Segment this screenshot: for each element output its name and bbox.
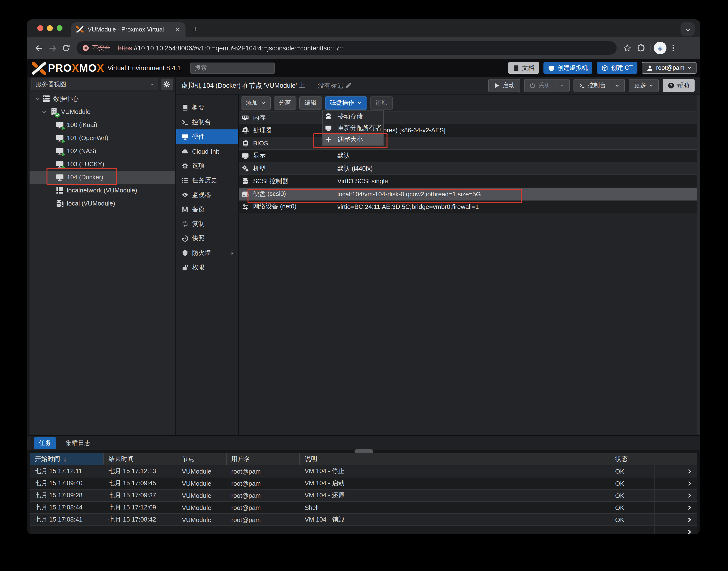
hw-row-monitor[interactable]: 显示默认 (239, 150, 700, 162)
vm-menu--[interactable]: 选项 (176, 158, 238, 173)
vm-menu--[interactable]: 备份 (176, 202, 238, 217)
button-label: 编辑 (304, 99, 316, 107)
hw-value: 默认 (337, 151, 350, 160)
grid9-icon (56, 186, 64, 194)
hw-row-db[interactable]: SCSI 控制器VirtIO SCSI single (239, 175, 700, 188)
hw-toolbar-detach[interactable]: 分离 (273, 96, 296, 109)
disk-menu--[interactable]: 重新分配所有者 (323, 122, 383, 133)
bookmark-star-icon[interactable] (620, 41, 634, 55)
vm-menu--[interactable]: 复制 (176, 217, 238, 231)
tasks-tab-cluster-log[interactable]: 集群日志 (60, 437, 96, 449)
tab-search-button[interactable] (681, 22, 695, 36)
tree-caret-icon[interactable] (35, 96, 40, 101)
page: VUModule - Proxmox Virtual ✕ + 不安全 https… (0, 0, 728, 571)
vm-menu--[interactable]: 监视器 (176, 188, 238, 202)
button-label: 更多 (634, 82, 646, 90)
task-row-2[interactable]: 七月 15 17:09:28七月 15 17:09:37VUModuleroot… (30, 489, 697, 502)
tasks-column-3[interactable]: 用户名 (227, 453, 300, 465)
task-cell: 七月 15 17:09:45 (104, 479, 177, 488)
task-cell: 七月 15 17:08:44 (30, 503, 104, 512)
browser-menu-icon[interactable] (667, 41, 680, 55)
expand-row-icon[interactable] (654, 465, 697, 477)
disk-menu--[interactable]: 移动存储 (323, 110, 383, 122)
expand-row-icon[interactable] (654, 502, 697, 513)
tasks-column-1[interactable]: 结束时间 (104, 453, 177, 465)
tree-item-vumodule[interactable]: VUModule (32, 105, 175, 118)
tasks-column-0[interactable]: 开始时间↓ (30, 453, 104, 465)
profile-avatar[interactable]: ◈ (654, 42, 667, 54)
back-button[interactable] (32, 41, 45, 55)
tags-label[interactable]: 没有标记 (318, 81, 351, 90)
hw-row-memory[interactable]: 内存 (239, 111, 700, 124)
vm-action-help[interactable]: ?帮助 (663, 79, 695, 92)
hw-toolbar-revert[interactable]: 还原 (370, 96, 393, 109)
tree-item-label: localnetwork (VUModule) (67, 187, 137, 194)
task-row-0[interactable]: 七月 15 17:12:11七月 15 17:12:13VUModuleroot… (30, 465, 697, 477)
hw-row-chip[interactable]: BIOS默认 (SeaBIOS) (239, 137, 700, 150)
menu-label: 重新分配所有者 (337, 123, 382, 132)
tree-item-102-nas-[interactable]: 102 (NAS) (32, 144, 175, 157)
tree-item--[interactable]: 数据中心 (32, 92, 175, 105)
hw-row-cpu[interactable]: 处理器1 (1 sockets, 1 cores) [x86-64-v2-AES… (239, 124, 700, 137)
vm-menu--[interactable]: 防火墙 (176, 246, 238, 260)
tree-settings-button[interactable] (161, 79, 173, 90)
tasks-column-5[interactable]: 状态 (610, 453, 654, 465)
expand-row-icon[interactable] (654, 489, 697, 501)
panel-splitter[interactable] (27, 450, 700, 453)
vm-menu--[interactable]: 概要 (176, 100, 238, 115)
task-row-3[interactable]: 七月 15 17:08:44七月 15 17:12:09VUModuleroot… (30, 502, 697, 514)
minimize-window-button[interactable] (47, 25, 53, 31)
vm-menu--[interactable]: 权限 (176, 260, 238, 275)
address-bar[interactable]: 不安全 https://10.10.10.254:8006/#v1:0:=qem… (77, 41, 617, 55)
tree-caret-icon[interactable] (42, 109, 46, 114)
tree-item-localnetwork-vumodule-[interactable]: localnetwork (VUModule) (32, 184, 175, 197)
chevron-down-icon (261, 101, 265, 105)
vm-menu--[interactable]: 任务历史 (176, 173, 238, 188)
search-input[interactable]: 搜索 (190, 63, 275, 74)
tree-item-101-openwrt-[interactable]: 101 (OpenWrt) (32, 131, 175, 144)
wordmark-letter: M (79, 62, 89, 74)
zoom-window-button[interactable] (57, 25, 62, 31)
task-row-partial[interactable] (30, 526, 697, 534)
hw-toolbar-edit[interactable]: 编辑 (299, 96, 322, 109)
view-selector[interactable]: 服务器视图 (31, 79, 158, 90)
header-button-create-vm[interactable]: 创建虚拟机 (544, 62, 593, 74)
tree-item-local-vumodule-[interactable]: local (VUModule) (32, 197, 175, 210)
tree-item-100-ikuai-[interactable]: 100 (iKuai) (32, 118, 175, 131)
vm-action-shutdown[interactable]: 关机 (524, 79, 569, 92)
vm-menu-cloud-init[interactable]: Cloud-Init (176, 144, 238, 158)
tasks-column-2[interactable]: 节点 (177, 453, 227, 465)
vm-action-console[interactable]: 控制台 (573, 79, 625, 92)
vm-action-start[interactable]: 启动 (488, 79, 520, 92)
vm-action-more[interactable]: 更多 (629, 79, 659, 92)
security-badge[interactable]: 不安全 (82, 44, 110, 52)
new-tab-button[interactable]: + (190, 24, 200, 35)
forward-button[interactable] (45, 41, 59, 55)
header-button-docs[interactable]: 文档 (508, 62, 539, 74)
task-row-4[interactable]: 七月 15 17:08:41七月 15 17:08:42VUModuleroot… (30, 514, 697, 526)
task-row-1[interactable]: 七月 15 17:09:40七月 15 17:09:45VUModuleroot… (30, 477, 697, 489)
hw-toolbar-disk-action[interactable]: 磁盘操作 (325, 96, 367, 109)
menu-label: 选项 (192, 161, 205, 170)
vm-menu--[interactable]: 控制台 (176, 115, 238, 129)
menu-label: 移动存储 (337, 112, 363, 120)
close-window-button[interactable] (37, 25, 43, 31)
extensions-icon[interactable] (634, 41, 647, 55)
expand-row-icon[interactable] (654, 477, 697, 489)
expand-row-icon[interactable] (654, 514, 697, 526)
tasks-column-4[interactable]: 说明 (300, 453, 610, 465)
task-cell: root@pam (227, 467, 300, 475)
browser-tab[interactable]: VUModule - Proxmox Virtual ✕ (71, 22, 185, 37)
chevron-down-icon (615, 83, 619, 88)
hw-row-gears[interactable]: 机型默认 (i440fx) (239, 162, 700, 175)
hw-toolbar-add[interactable]: 添加 (241, 96, 271, 109)
vm-menu--[interactable]: 硬件 (176, 129, 238, 144)
header-button-user[interactable]: root@pam (642, 62, 697, 74)
header-button-create-ct[interactable]: 创建 CT (597, 62, 638, 74)
scrollbar-track[interactable] (697, 95, 700, 435)
button-label: 还原 (375, 99, 387, 107)
vm-menu--[interactable]: 快照 (176, 231, 238, 246)
tab-close-icon[interactable]: ✕ (174, 26, 182, 33)
tasks-tab-tasks[interactable]: 任务 (34, 437, 56, 449)
reload-button[interactable] (59, 41, 72, 55)
